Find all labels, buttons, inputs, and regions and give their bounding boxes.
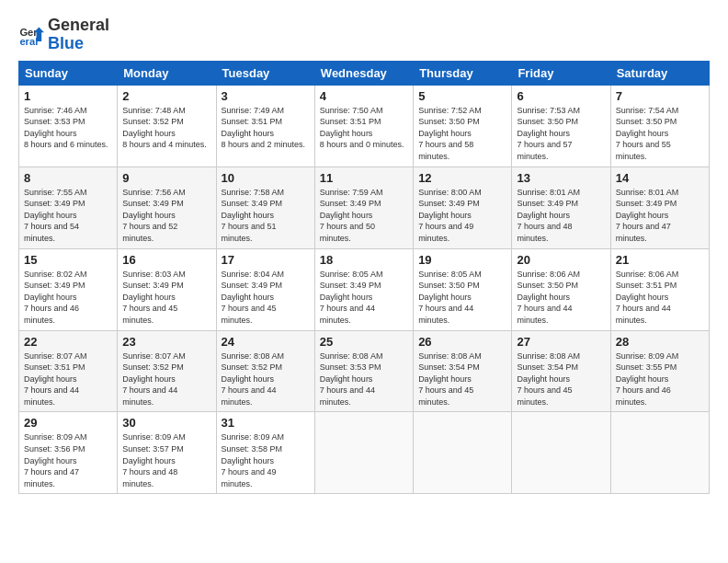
calendar-cell (314, 412, 413, 494)
svg-text:eral: eral (19, 36, 38, 47)
day-number: 31 (222, 416, 310, 430)
day-info: Sunrise: 7:58 AMSunset: 3:49 PMDaylight … (222, 188, 285, 243)
page-header: Gen eral General Blue (18, 17, 710, 53)
day-number: 7 (616, 89, 704, 103)
day-info: Sunrise: 7:46 AMSunset: 3:53 PMDaylight … (24, 106, 108, 150)
day-number: 26 (418, 335, 506, 349)
day-info: Sunrise: 8:09 AMSunset: 3:55 PMDaylight … (616, 351, 679, 407)
day-info: Sunrise: 7:54 AMSunset: 3:50 PMDaylight … (616, 106, 679, 161)
calendar-cell: 24 Sunrise: 8:08 AMSunset: 3:52 PMDaylig… (216, 330, 314, 412)
day-info: Sunrise: 8:07 AMSunset: 3:52 PMDaylight … (122, 351, 186, 407)
calendar-week-row: 1 Sunrise: 7:46 AMSunset: 3:53 PMDayligh… (19, 85, 710, 167)
calendar-cell: 25 Sunrise: 8:08 AMSunset: 3:53 PMDaylig… (314, 330, 413, 412)
calendar-cell: 28 Sunrise: 8:09 AMSunset: 3:55 PMDaylig… (610, 330, 709, 412)
calendar-table: SundayMondayTuesdayWednesdayThursdayFrid… (18, 61, 710, 495)
day-number: 12 (418, 171, 506, 185)
calendar-cell: 16 Sunrise: 8:03 AMSunset: 3:49 PMDaylig… (118, 248, 216, 330)
calendar-week-row: 29 Sunrise: 8:09 AMSunset: 3:56 PMDaylig… (19, 412, 710, 494)
day-info: Sunrise: 7:49 AMSunset: 3:51 PMDaylight … (222, 106, 306, 150)
day-info: Sunrise: 8:05 AMSunset: 3:49 PMDaylight … (320, 270, 383, 325)
day-number: 28 (616, 335, 704, 349)
weekday-header-thursday: Thursday (414, 61, 512, 85)
day-number: 4 (320, 89, 408, 103)
day-info: Sunrise: 8:09 AMSunset: 3:58 PMDaylight … (222, 432, 285, 488)
calendar-cell: 19 Sunrise: 8:05 AMSunset: 3:50 PMDaylig… (414, 248, 512, 330)
calendar-cell: 26 Sunrise: 8:08 AMSunset: 3:54 PMDaylig… (414, 330, 512, 412)
calendar-cell: 9 Sunrise: 7:56 AMSunset: 3:49 PMDayligh… (118, 167, 216, 248)
calendar-cell: 17 Sunrise: 8:04 AMSunset: 3:49 PMDaylig… (216, 248, 314, 330)
day-number: 21 (616, 253, 704, 267)
day-number: 22 (24, 335, 112, 349)
weekday-header-wednesday: Wednesday (314, 61, 413, 85)
calendar-cell: 10 Sunrise: 7:58 AMSunset: 3:49 PMDaylig… (216, 167, 314, 248)
day-number: 10 (222, 171, 310, 185)
day-info: Sunrise: 7:59 AMSunset: 3:49 PMDaylight … (320, 188, 383, 243)
calendar-cell: 23 Sunrise: 8:07 AMSunset: 3:52 PMDaylig… (118, 330, 216, 412)
logo-icon: Gen eral (18, 22, 44, 48)
logo-text: General Blue (48, 17, 109, 53)
day-info: Sunrise: 8:05 AMSunset: 3:50 PMDaylight … (418, 270, 482, 325)
day-number: 13 (517, 171, 605, 185)
calendar-cell: 11 Sunrise: 7:59 AMSunset: 3:49 PMDaylig… (314, 167, 413, 248)
day-number: 15 (24, 253, 112, 267)
calendar-cell: 5 Sunrise: 7:52 AMSunset: 3:50 PMDayligh… (414, 85, 512, 167)
day-number: 29 (24, 416, 112, 430)
calendar-cell: 4 Sunrise: 7:50 AMSunset: 3:51 PMDayligh… (314, 85, 413, 167)
day-number: 9 (122, 171, 210, 185)
calendar-cell (512, 412, 610, 494)
calendar-cell (610, 412, 709, 494)
day-info: Sunrise: 7:55 AMSunset: 3:49 PMDaylight … (24, 188, 87, 243)
calendar-cell: 27 Sunrise: 8:08 AMSunset: 3:54 PMDaylig… (512, 330, 610, 412)
day-info: Sunrise: 8:03 AMSunset: 3:49 PMDaylight … (122, 270, 186, 325)
day-info: Sunrise: 7:48 AMSunset: 3:52 PMDaylight … (122, 106, 207, 150)
day-number: 30 (122, 416, 210, 430)
day-info: Sunrise: 7:52 AMSunset: 3:50 PMDaylight … (418, 106, 482, 161)
day-number: 11 (320, 171, 408, 185)
calendar-page: Gen eral General Blue SundayMondayTuesda… (0, 0, 728, 563)
weekday-header-tuesday: Tuesday (216, 61, 314, 85)
day-info: Sunrise: 8:07 AMSunset: 3:51 PMDaylight … (24, 351, 87, 407)
weekday-header-saturday: Saturday (610, 61, 709, 85)
calendar-cell: 29 Sunrise: 8:09 AMSunset: 3:56 PMDaylig… (19, 412, 118, 494)
day-number: 17 (222, 253, 310, 267)
day-number: 18 (320, 253, 408, 267)
calendar-cell: 6 Sunrise: 7:53 AMSunset: 3:50 PMDayligh… (512, 85, 610, 167)
weekday-header-monday: Monday (118, 61, 216, 85)
day-info: Sunrise: 8:06 AMSunset: 3:50 PMDaylight … (517, 270, 580, 325)
day-info: Sunrise: 8:02 AMSunset: 3:49 PMDaylight … (24, 270, 87, 325)
day-info: Sunrise: 8:00 AMSunset: 3:49 PMDaylight … (418, 188, 482, 243)
day-number: 16 (122, 253, 210, 267)
calendar-cell: 18 Sunrise: 8:05 AMSunset: 3:49 PMDaylig… (314, 248, 413, 330)
calendar-week-row: 15 Sunrise: 8:02 AMSunset: 3:49 PMDaylig… (19, 248, 710, 330)
day-info: Sunrise: 7:50 AMSunset: 3:51 PMDaylight … (320, 106, 404, 150)
calendar-cell: 12 Sunrise: 8:00 AMSunset: 3:49 PMDaylig… (414, 167, 512, 248)
day-number: 23 (122, 335, 210, 349)
logo: Gen eral General Blue (18, 17, 109, 53)
calendar-cell (414, 412, 512, 494)
day-number: 3 (222, 89, 310, 103)
day-number: 2 (122, 89, 210, 103)
day-number: 1 (24, 89, 112, 103)
day-number: 5 (418, 89, 506, 103)
calendar-cell: 31 Sunrise: 8:09 AMSunset: 3:58 PMDaylig… (216, 412, 314, 494)
calendar-cell: 2 Sunrise: 7:48 AMSunset: 3:52 PMDayligh… (118, 85, 216, 167)
day-info: Sunrise: 8:09 AMSunset: 3:56 PMDaylight … (24, 432, 87, 488)
calendar-cell: 14 Sunrise: 8:01 AMSunset: 3:49 PMDaylig… (610, 167, 709, 248)
calendar-cell: 3 Sunrise: 7:49 AMSunset: 3:51 PMDayligh… (216, 85, 314, 167)
day-info: Sunrise: 8:08 AMSunset: 3:52 PMDaylight … (222, 351, 285, 407)
calendar-cell: 13 Sunrise: 8:01 AMSunset: 3:49 PMDaylig… (512, 167, 610, 248)
day-info: Sunrise: 8:09 AMSunset: 3:57 PMDaylight … (122, 432, 186, 488)
day-info: Sunrise: 7:53 AMSunset: 3:50 PMDaylight … (517, 106, 580, 161)
day-number: 19 (418, 253, 506, 267)
day-info: Sunrise: 8:08 AMSunset: 3:53 PMDaylight … (320, 351, 383, 407)
calendar-week-row: 22 Sunrise: 8:07 AMSunset: 3:51 PMDaylig… (19, 330, 710, 412)
day-number: 24 (222, 335, 310, 349)
day-number: 8 (24, 171, 112, 185)
calendar-cell: 7 Sunrise: 7:54 AMSunset: 3:50 PMDayligh… (610, 85, 709, 167)
calendar-cell: 20 Sunrise: 8:06 AMSunset: 3:50 PMDaylig… (512, 248, 610, 330)
day-info: Sunrise: 8:01 AMSunset: 3:49 PMDaylight … (517, 188, 580, 243)
weekday-header-friday: Friday (512, 61, 610, 85)
day-number: 20 (517, 253, 605, 267)
calendar-cell: 30 Sunrise: 8:09 AMSunset: 3:57 PMDaylig… (118, 412, 216, 494)
day-info: Sunrise: 7:56 AMSunset: 3:49 PMDaylight … (122, 188, 186, 243)
